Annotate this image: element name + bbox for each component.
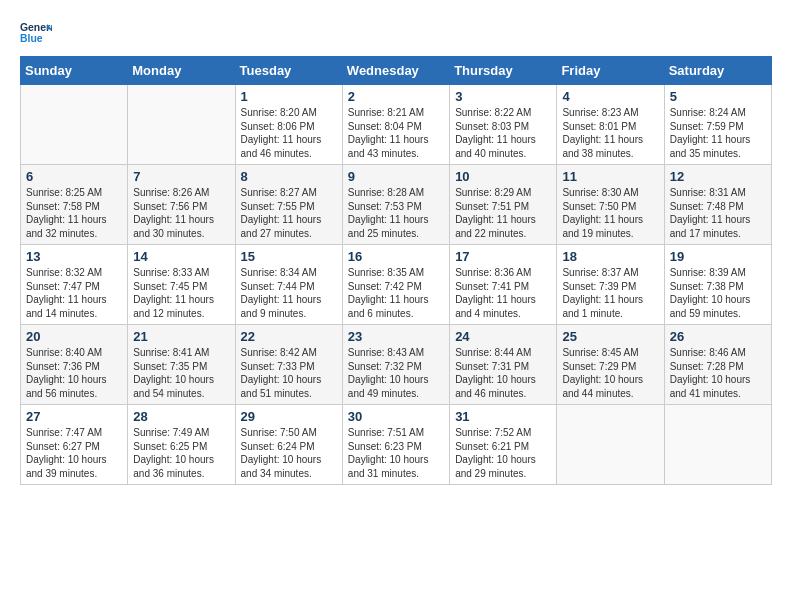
calendar-cell [128, 85, 235, 165]
calendar-cell: 19Sunrise: 8:39 AM Sunset: 7:38 PM Dayli… [664, 245, 771, 325]
day-content: Sunrise: 8:40 AM Sunset: 7:36 PM Dayligh… [26, 346, 122, 400]
calendar-cell: 20Sunrise: 8:40 AM Sunset: 7:36 PM Dayli… [21, 325, 128, 405]
day-number: 17 [455, 249, 551, 264]
calendar-cell: 23Sunrise: 8:43 AM Sunset: 7:32 PM Dayli… [342, 325, 449, 405]
header: General Blue [20, 20, 772, 48]
calendar-cell: 3Sunrise: 8:22 AM Sunset: 8:03 PM Daylig… [450, 85, 557, 165]
day-content: Sunrise: 8:37 AM Sunset: 7:39 PM Dayligh… [562, 266, 658, 320]
calendar-cell [664, 405, 771, 485]
day-content: Sunrise: 8:30 AM Sunset: 7:50 PM Dayligh… [562, 186, 658, 240]
day-number: 29 [241, 409, 337, 424]
day-number: 24 [455, 329, 551, 344]
day-number: 27 [26, 409, 122, 424]
calendar-cell: 29Sunrise: 7:50 AM Sunset: 6:24 PM Dayli… [235, 405, 342, 485]
calendar-cell: 27Sunrise: 7:47 AM Sunset: 6:27 PM Dayli… [21, 405, 128, 485]
day-number: 15 [241, 249, 337, 264]
calendar-cell: 18Sunrise: 8:37 AM Sunset: 7:39 PM Dayli… [557, 245, 664, 325]
day-content: Sunrise: 8:33 AM Sunset: 7:45 PM Dayligh… [133, 266, 229, 320]
day-number: 13 [26, 249, 122, 264]
calendar-cell: 1Sunrise: 8:20 AM Sunset: 8:06 PM Daylig… [235, 85, 342, 165]
day-number: 20 [26, 329, 122, 344]
calendar-cell: 16Sunrise: 8:35 AM Sunset: 7:42 PM Dayli… [342, 245, 449, 325]
calendar-cell: 7Sunrise: 8:26 AM Sunset: 7:56 PM Daylig… [128, 165, 235, 245]
calendar-cell: 15Sunrise: 8:34 AM Sunset: 7:44 PM Dayli… [235, 245, 342, 325]
day-number: 14 [133, 249, 229, 264]
day-content: Sunrise: 7:52 AM Sunset: 6:21 PM Dayligh… [455, 426, 551, 480]
day-header-sunday: Sunday [21, 57, 128, 85]
day-header-wednesday: Wednesday [342, 57, 449, 85]
day-content: Sunrise: 8:45 AM Sunset: 7:29 PM Dayligh… [562, 346, 658, 400]
calendar-table: SundayMondayTuesdayWednesdayThursdayFrid… [20, 56, 772, 485]
day-number: 10 [455, 169, 551, 184]
day-content: Sunrise: 8:43 AM Sunset: 7:32 PM Dayligh… [348, 346, 444, 400]
day-content: Sunrise: 8:26 AM Sunset: 7:56 PM Dayligh… [133, 186, 229, 240]
day-content: Sunrise: 8:28 AM Sunset: 7:53 PM Dayligh… [348, 186, 444, 240]
day-number: 4 [562, 89, 658, 104]
svg-text:Blue: Blue [20, 33, 43, 44]
day-number: 11 [562, 169, 658, 184]
day-number: 3 [455, 89, 551, 104]
day-number: 16 [348, 249, 444, 264]
day-content: Sunrise: 8:21 AM Sunset: 8:04 PM Dayligh… [348, 106, 444, 160]
day-number: 9 [348, 169, 444, 184]
day-content: Sunrise: 8:39 AM Sunset: 7:38 PM Dayligh… [670, 266, 766, 320]
calendar-cell: 11Sunrise: 8:30 AM Sunset: 7:50 PM Dayli… [557, 165, 664, 245]
day-header-friday: Friday [557, 57, 664, 85]
day-number: 19 [670, 249, 766, 264]
day-number: 2 [348, 89, 444, 104]
day-content: Sunrise: 8:31 AM Sunset: 7:48 PM Dayligh… [670, 186, 766, 240]
day-content: Sunrise: 8:41 AM Sunset: 7:35 PM Dayligh… [133, 346, 229, 400]
day-content: Sunrise: 8:20 AM Sunset: 8:06 PM Dayligh… [241, 106, 337, 160]
calendar-cell: 5Sunrise: 8:24 AM Sunset: 7:59 PM Daylig… [664, 85, 771, 165]
calendar-cell: 13Sunrise: 8:32 AM Sunset: 7:47 PM Dayli… [21, 245, 128, 325]
day-number: 18 [562, 249, 658, 264]
day-number: 5 [670, 89, 766, 104]
day-number: 25 [562, 329, 658, 344]
day-number: 21 [133, 329, 229, 344]
day-content: Sunrise: 8:44 AM Sunset: 7:31 PM Dayligh… [455, 346, 551, 400]
calendar-cell: 28Sunrise: 7:49 AM Sunset: 6:25 PM Dayli… [128, 405, 235, 485]
calendar-cell: 12Sunrise: 8:31 AM Sunset: 7:48 PM Dayli… [664, 165, 771, 245]
calendar-cell: 30Sunrise: 7:51 AM Sunset: 6:23 PM Dayli… [342, 405, 449, 485]
logo: General Blue [20, 20, 56, 48]
day-header-saturday: Saturday [664, 57, 771, 85]
day-number: 8 [241, 169, 337, 184]
day-number: 26 [670, 329, 766, 344]
calendar-cell: 21Sunrise: 8:41 AM Sunset: 7:35 PM Dayli… [128, 325, 235, 405]
day-content: Sunrise: 7:47 AM Sunset: 6:27 PM Dayligh… [26, 426, 122, 480]
day-content: Sunrise: 8:36 AM Sunset: 7:41 PM Dayligh… [455, 266, 551, 320]
day-content: Sunrise: 8:35 AM Sunset: 7:42 PM Dayligh… [348, 266, 444, 320]
day-content: Sunrise: 8:42 AM Sunset: 7:33 PM Dayligh… [241, 346, 337, 400]
day-content: Sunrise: 8:34 AM Sunset: 7:44 PM Dayligh… [241, 266, 337, 320]
day-number: 1 [241, 89, 337, 104]
day-number: 28 [133, 409, 229, 424]
day-content: Sunrise: 8:22 AM Sunset: 8:03 PM Dayligh… [455, 106, 551, 160]
calendar-cell [21, 85, 128, 165]
day-number: 22 [241, 329, 337, 344]
calendar-cell: 25Sunrise: 8:45 AM Sunset: 7:29 PM Dayli… [557, 325, 664, 405]
calendar-cell: 31Sunrise: 7:52 AM Sunset: 6:21 PM Dayli… [450, 405, 557, 485]
calendar-cell: 6Sunrise: 8:25 AM Sunset: 7:58 PM Daylig… [21, 165, 128, 245]
calendar-cell: 10Sunrise: 8:29 AM Sunset: 7:51 PM Dayli… [450, 165, 557, 245]
day-header-monday: Monday [128, 57, 235, 85]
day-content: Sunrise: 7:49 AM Sunset: 6:25 PM Dayligh… [133, 426, 229, 480]
day-number: 6 [26, 169, 122, 184]
calendar-cell: 24Sunrise: 8:44 AM Sunset: 7:31 PM Dayli… [450, 325, 557, 405]
day-content: Sunrise: 8:23 AM Sunset: 8:01 PM Dayligh… [562, 106, 658, 160]
day-content: Sunrise: 7:51 AM Sunset: 6:23 PM Dayligh… [348, 426, 444, 480]
calendar-cell: 9Sunrise: 8:28 AM Sunset: 7:53 PM Daylig… [342, 165, 449, 245]
day-number: 31 [455, 409, 551, 424]
calendar-cell: 17Sunrise: 8:36 AM Sunset: 7:41 PM Dayli… [450, 245, 557, 325]
calendar-cell: 22Sunrise: 8:42 AM Sunset: 7:33 PM Dayli… [235, 325, 342, 405]
day-number: 30 [348, 409, 444, 424]
day-content: Sunrise: 8:24 AM Sunset: 7:59 PM Dayligh… [670, 106, 766, 160]
day-header-tuesday: Tuesday [235, 57, 342, 85]
day-number: 12 [670, 169, 766, 184]
calendar-cell: 8Sunrise: 8:27 AM Sunset: 7:55 PM Daylig… [235, 165, 342, 245]
day-number: 7 [133, 169, 229, 184]
day-content: Sunrise: 7:50 AM Sunset: 6:24 PM Dayligh… [241, 426, 337, 480]
calendar-cell [557, 405, 664, 485]
calendar-cell: 2Sunrise: 8:21 AM Sunset: 8:04 PM Daylig… [342, 85, 449, 165]
calendar-cell: 26Sunrise: 8:46 AM Sunset: 7:28 PM Dayli… [664, 325, 771, 405]
day-content: Sunrise: 8:46 AM Sunset: 7:28 PM Dayligh… [670, 346, 766, 400]
